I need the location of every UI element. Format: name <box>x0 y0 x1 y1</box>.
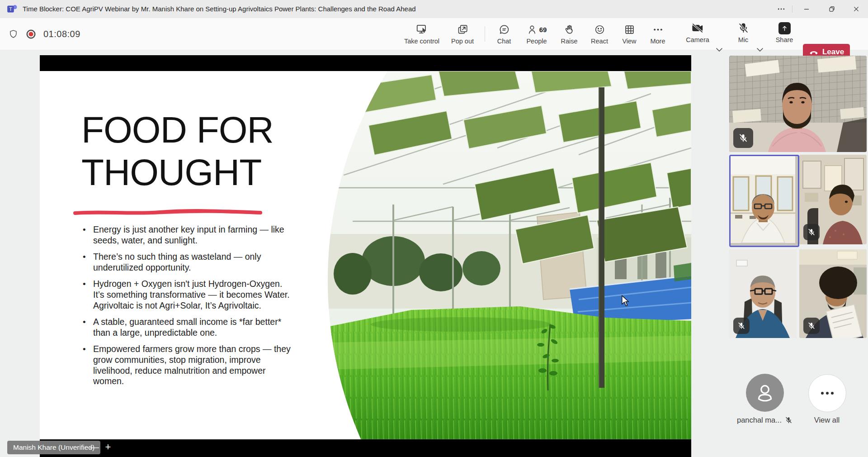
mic-muted-badge <box>803 318 820 334</box>
window-more-button[interactable] <box>770 0 792 18</box>
react-smiley-icon <box>594 23 606 36</box>
teams-meeting-window: T Time Blocker: COE AgriPV Webinar by Mr… <box>0 0 868 457</box>
chat-button[interactable]: Chat <box>492 23 516 45</box>
people-icon <box>527 24 538 36</box>
bullet-item: A stable, guaranteed small income is *fa… <box>81 317 295 338</box>
toolbar-center: Take control Pop out <box>402 18 670 50</box>
bullet-item: Empowered farmers grow more than crops —… <box>81 344 295 386</box>
bullet-item: There’s no such thing as wasteland — onl… <box>81 252 295 273</box>
recording-indicator-icon <box>25 29 37 40</box>
mic-options-chevron[interactable] <box>756 46 764 54</box>
slide-letterbox-top <box>40 55 691 71</box>
take-control-icon <box>415 23 428 36</box>
titlebar-divider <box>792 5 793 13</box>
view-button[interactable]: View <box>618 23 641 45</box>
pop-out-button[interactable]: Pop out <box>448 23 477 45</box>
raise-hand-button[interactable]: Raise <box>557 23 582 45</box>
bullet-item: Hydrogen + Oxygen isn't just Hydrogen-Ox… <box>81 279 295 311</box>
restore-button[interactable] <box>821 0 843 18</box>
take-control-button[interactable]: Take control <box>402 23 441 45</box>
shield-icon <box>8 29 19 40</box>
restore-icon <box>827 5 836 14</box>
slide-bullet-list: Energy is just another key input in farm… <box>81 224 295 393</box>
minimize-button[interactable] <box>796 0 817 18</box>
mouse-cursor <box>620 295 630 307</box>
camera-options-chevron[interactable] <box>715 46 723 54</box>
share-icon <box>778 22 791 34</box>
mic-muted-icon <box>807 321 816 330</box>
slide-letterbox-bottom <box>40 439 691 457</box>
zoom-in-button[interactable]: + <box>102 440 114 455</box>
more-button[interactable]: More <box>646 23 670 45</box>
svg-text:T: T <box>9 6 12 12</box>
share-button[interactable]: Share <box>771 22 797 43</box>
raise-hand-icon <box>563 23 576 36</box>
teams-logo-icon: T <box>6 3 18 15</box>
window-title: Time Blocker: COE AgriPV Webinar by Mr. … <box>23 0 416 18</box>
mic-muted-badge <box>733 318 750 334</box>
close-button[interactable] <box>845 0 867 18</box>
participant-avatar[interactable] <box>746 374 784 412</box>
meeting-toolbar: 01:08:09 Take control <box>0 18 868 50</box>
meeting-timer: 01:08:09 <box>43 29 80 39</box>
participant-tile-1[interactable] <box>729 56 867 152</box>
camera-off-icon <box>691 22 704 34</box>
view-all-label: View all <box>803 416 851 424</box>
participant-tile-active-speaker[interactable] <box>729 155 799 247</box>
close-icon <box>852 5 861 14</box>
agrivoltaics-photo <box>326 71 691 439</box>
chat-icon <box>498 23 510 36</box>
toolbar-divider <box>485 26 485 42</box>
presenter-name-pill: Manish Khare (Unverified) <box>7 441 100 454</box>
view-all-button[interactable] <box>808 374 846 412</box>
participant-tile-5[interactable] <box>799 249 867 338</box>
mic-muted-badge <box>803 224 820 240</box>
bullet-item: Energy is just another key input in farm… <box>81 224 295 246</box>
overflow-participant-name: panchal ma... <box>737 416 782 424</box>
participant-tile-3[interactable] <box>799 155 867 244</box>
mic-muted-icon <box>784 416 793 424</box>
mic-muted-icon <box>737 22 750 34</box>
toolbar-left: 01:08:09 <box>8 18 80 50</box>
mic-muted-badge <box>733 128 753 148</box>
minimize-icon <box>802 5 811 14</box>
mic-button[interactable]: Mic <box>733 22 753 43</box>
react-button[interactable]: React <box>586 23 613 45</box>
pop-out-icon <box>457 23 469 36</box>
mic-muted-icon <box>807 228 816 237</box>
leave-label: Leave <box>822 48 844 57</box>
mic-muted-icon <box>738 133 749 143</box>
mic-muted-icon <box>737 321 746 330</box>
more-dots-icon <box>777 5 786 14</box>
overflow-participant-label: panchal ma... <box>731 416 799 424</box>
people-count-badge: 69 <box>539 26 547 33</box>
slide-title: FOOD FOR THOUGHT <box>81 109 294 194</box>
person-avatar-icon <box>755 382 775 403</box>
slide-title-underline <box>71 207 264 218</box>
more-dots-icon <box>652 23 664 36</box>
camera-button[interactable]: Camera <box>684 22 712 43</box>
title-bar: T Time Blocker: COE AgriPV Webinar by Mr… <box>0 0 868 19</box>
view-grid-icon <box>623 23 636 36</box>
people-button[interactable]: 69 People <box>520 23 553 45</box>
zoom-out-button[interactable]: — <box>89 440 100 455</box>
participant-tile-4[interactable] <box>729 249 797 338</box>
more-dots-icon <box>820 390 835 396</box>
